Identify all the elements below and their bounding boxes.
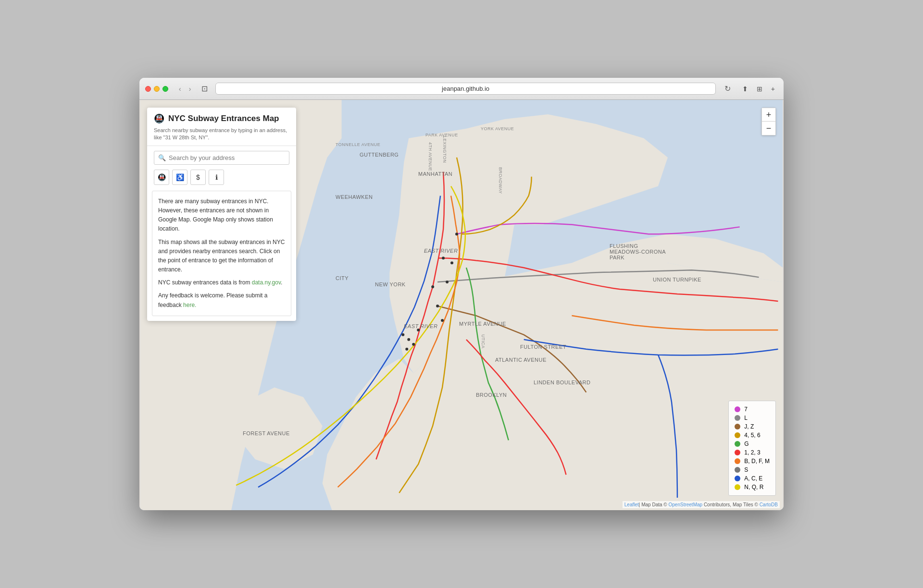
legend-label: 1, 2, 3 — [744, 449, 760, 456]
legend-dot — [735, 415, 740, 421]
legend: 7 L J, Z 4, 5, 6 G 1, 2, 3 B, D, F, M S … — [728, 401, 776, 496]
map-container[interactable]: MANHATTAN GUTTENBERG WEEHAWKEN NEW YORK … — [139, 100, 784, 510]
legend-label: G — [744, 441, 748, 447]
legend-item: G — [735, 440, 770, 448]
svg-point-8 — [442, 257, 445, 259]
svg-point-12 — [431, 285, 434, 288]
search-input[interactable] — [169, 154, 285, 161]
feedback-link[interactable]: here. — [183, 302, 196, 308]
legend-label: L — [744, 415, 748, 421]
panel-title: NYC Subway Entrances Map — [168, 114, 279, 123]
maximize-button[interactable] — [162, 86, 168, 92]
legend-dot — [735, 432, 740, 438]
minimize-button[interactable] — [154, 86, 160, 92]
legend-label: A, C, E — [744, 475, 762, 482]
close-button[interactable] — [145, 86, 151, 92]
legend-item: L — [735, 414, 770, 422]
legend-label: B, D, F, M — [744, 458, 770, 465]
zoom-controls: + − — [761, 108, 776, 135]
icon-buttons: 🚇 ♿ $ ℹ — [147, 170, 296, 191]
legend-item: 4, 5, 6 — [735, 431, 770, 440]
search-row[interactable]: 🔍 — [154, 151, 289, 165]
browser-titlebar: ‹ › ⊡ jeanpan.github.io ↻ ⬆ ⊞ + — [139, 78, 784, 100]
legend-label: 7 — [744, 406, 748, 413]
add-button[interactable]: + — [768, 84, 778, 94]
legend-dot — [735, 441, 740, 447]
subway-filter-button[interactable]: 🚇 — [154, 170, 169, 185]
legend-label: N, Q, R — [744, 484, 763, 490]
zoom-in-button[interactable]: + — [762, 108, 775, 122]
legend-item: A, C, E — [735, 474, 770, 483]
legend-dot — [735, 476, 740, 481]
svg-point-9 — [436, 305, 439, 307]
info-text-3: NYC subway entrances data is from data.n… — [158, 278, 285, 287]
traffic-lights — [145, 86, 168, 92]
legend-label: 4, 5, 6 — [744, 432, 760, 439]
cartodb-link[interactable]: CartoDB — [760, 502, 778, 507]
info-button[interactable]: ℹ — [209, 170, 224, 185]
svg-point-7 — [455, 233, 458, 235]
nav-buttons: ‹ › — [176, 84, 194, 94]
legend-dot — [735, 484, 740, 490]
side-panel: 🚇 NYC Subway Entrances Map Search nearby… — [147, 108, 296, 321]
new-tab-button[interactable]: ⊞ — [754, 84, 765, 94]
svg-point-16 — [412, 343, 415, 346]
svg-point-14 — [417, 329, 420, 331]
panel-title-row: 🚇 NYC Subway Entrances Map — [154, 113, 289, 124]
url-text: jeanpan.github.io — [442, 85, 489, 92]
share-button[interactable]: ⬆ — [739, 84, 751, 94]
back-button[interactable]: ‹ — [176, 84, 184, 94]
info-text-4: Any feedback is welcome. Please submit a… — [158, 291, 285, 309]
svg-point-13 — [441, 319, 444, 322]
subway-icon: 🚇 — [154, 113, 164, 124]
paid-filter-button[interactable]: $ — [190, 170, 206, 185]
data-ny-gov-link[interactable]: data.ny.gov — [252, 279, 281, 286]
info-panel: There are many subway entrances in NYC. … — [152, 191, 291, 316]
reader-view-button[interactable]: ⊡ — [199, 83, 211, 94]
legend-dot — [735, 458, 740, 464]
leaflet-link[interactable]: Leaflet — [624, 502, 639, 507]
browser-window: ‹ › ⊡ jeanpan.github.io ↻ ⬆ ⊞ + — [139, 78, 784, 510]
svg-point-10 — [450, 261, 453, 264]
attribution: Leaflet| Map Data © OpenStreetMap Contri… — [623, 501, 780, 508]
legend-dot — [735, 450, 740, 455]
svg-point-11 — [446, 281, 449, 283]
legend-dot — [735, 406, 740, 412]
legend-label: S — [744, 466, 748, 473]
forward-button[interactable]: › — [186, 84, 194, 94]
legend-items: 7 L J, Z 4, 5, 6 G 1, 2, 3 B, D, F, M S … — [735, 405, 770, 491]
svg-point-18 — [401, 333, 404, 336]
svg-point-15 — [407, 338, 410, 341]
legend-item: N, Q, R — [735, 483, 770, 491]
legend-dot — [735, 467, 740, 473]
attribution-separator: | Map Data © — [639, 502, 669, 507]
browser-content: MANHATTAN GUTTENBERG WEEHAWKEN NEW YORK … — [139, 100, 784, 510]
reload-button[interactable]: ↻ — [721, 83, 735, 94]
attribution-contributors: Contributors, Map Tiles © — [702, 502, 760, 507]
panel-header: 🚇 NYC Subway Entrances Map Search nearby… — [147, 108, 296, 146]
info-text-2: This map shows all the subway entrances … — [158, 238, 285, 275]
svg-point-17 — [405, 348, 408, 351]
search-icon: 🔍 — [158, 154, 166, 161]
toolbar-right: ⬆ ⊞ + — [739, 84, 778, 94]
legend-item: J, Z — [735, 422, 770, 431]
legend-item: S — [735, 466, 770, 474]
legend-item: 1, 2, 3 — [735, 448, 770, 457]
legend-label: J, Z — [744, 423, 754, 430]
accessible-filter-button[interactable]: ♿ — [172, 170, 187, 185]
info-text-1: There are many subway entrances in NYC. … — [158, 197, 285, 234]
address-bar[interactable]: jeanpan.github.io — [215, 83, 715, 95]
legend-item: B, D, F, M — [735, 457, 770, 466]
legend-item: 7 — [735, 405, 770, 414]
osm-link[interactable]: OpenStreetMap — [669, 502, 703, 507]
legend-dot — [735, 424, 740, 429]
zoom-out-button[interactable]: − — [762, 122, 775, 135]
panel-subtitle: Search nearby subway entrance by typing … — [154, 127, 289, 142]
